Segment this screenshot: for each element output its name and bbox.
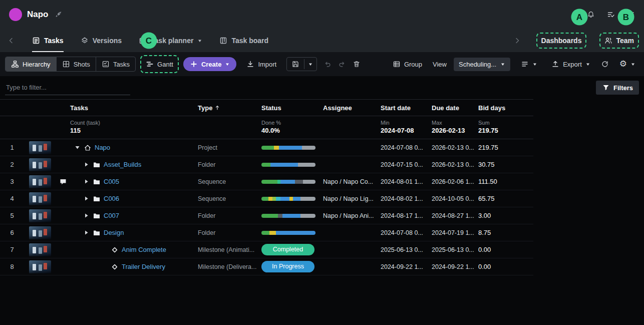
versions-icon [81, 37, 89, 45]
plus-icon [190, 60, 198, 68]
thumbnail[interactable] [24, 243, 56, 256]
scheduling-dropdown[interactable]: Scheduling... [454, 58, 510, 71]
dashboards-button[interactable]: Dashboards [538, 35, 585, 47]
column-header-start-date[interactable]: Start date [381, 104, 432, 112]
view-mode-hierarchy[interactable]: Hierarchy [6, 57, 56, 71]
save-options-button[interactable] [304, 59, 316, 69]
view-mode-shots[interactable]: Shots [56, 57, 96, 71]
column-header-due-date[interactable]: Due date [432, 104, 478, 112]
row-number: 5 [0, 212, 24, 219]
task-link[interactable]: Anim Complete [122, 246, 166, 253]
thumbnail[interactable] [24, 192, 56, 205]
list-options-button[interactable] [517, 57, 541, 71]
folder-icon [93, 178, 101, 186]
gantt-button[interactable]: Gantt [142, 57, 177, 71]
expander-icon[interactable] [83, 162, 90, 167]
settings-button[interactable]: ⚙ [616, 57, 639, 71]
expander-icon[interactable] [83, 196, 90, 201]
thumbnail-image [29, 141, 51, 154]
table-row[interactable]: 3C005SequenceNapo / Napo Co...2024-08-01… [0, 173, 533, 190]
list-icon [521, 60, 529, 68]
view-mode-tasks[interactable]: Tasks [96, 57, 135, 71]
task-type: Sequence [198, 195, 261, 202]
table-row[interactable]: 2Asset_BuildsFolder2024-07-15 0...2026-0… [0, 156, 533, 173]
expander-icon[interactable] [83, 230, 90, 235]
summary-min: Min 2024-07-08 [381, 119, 432, 135]
save-button[interactable] [287, 58, 304, 71]
project-avatar[interactable] [9, 8, 22, 21]
table-row[interactable]: 7Anim CompleteMilestone (Animati...Compl… [0, 241, 533, 258]
column-header-assignee[interactable]: Assignee [323, 104, 381, 112]
column-header-tasks[interactable]: Tasks [70, 104, 198, 112]
table-row[interactable]: 1NapoProject2024-07-08 0...2026-02-13 0.… [0, 139, 533, 156]
import-button[interactable]: Import [243, 57, 280, 71]
thumbnail[interactable] [24, 226, 56, 239]
table-header: Tasks Type Status Assignee Start date Du… [0, 99, 533, 116]
row-number: 4 [0, 195, 24, 202]
tab-versions[interactable]: Versions [81, 29, 122, 52]
table-row[interactable]: 4C006SequenceNapo / Napo Lig...2024-08-0… [0, 190, 533, 207]
expander-icon[interactable] [83, 213, 90, 218]
task-name-cell: Napo [70, 144, 198, 152]
thumbnail[interactable] [24, 141, 56, 154]
task-link[interactable]: Napo [95, 144, 110, 151]
column-header-bid-days[interactable]: Bid days [478, 104, 533, 112]
home-icon [84, 144, 92, 152]
tabs-scroll-right-icon[interactable] [513, 37, 521, 45]
thumbnail[interactable] [24, 175, 56, 188]
start-date: 2025-06-13 0... [381, 246, 432, 253]
group-button[interactable]: Group [389, 57, 426, 71]
task-link[interactable]: Asset_Builds [104, 161, 141, 168]
expander-icon[interactable] [83, 179, 90, 184]
comment-indicator[interactable] [56, 178, 70, 186]
tab-task-board[interactable]: Task board [219, 29, 268, 52]
status-cell [261, 214, 323, 218]
filters-button[interactable]: Filters [596, 81, 639, 95]
task-link[interactable]: C005 [104, 178, 119, 185]
table-row[interactable]: 8Trailer DeliveryMilestone (Delivera...I… [0, 258, 533, 275]
task-name-cell: C005 [70, 178, 198, 186]
create-button[interactable]: Create [183, 57, 236, 71]
team-label: Team [616, 37, 634, 45]
due-date: 2024-09-22 1... [432, 263, 478, 270]
view-mode-switch: Hierarchy Shots Tasks [5, 57, 136, 72]
task-link[interactable]: C006 [104, 195, 119, 202]
refresh-button[interactable] [601, 60, 609, 68]
start-date: 2024-07-08 0... [381, 229, 432, 236]
redo-button[interactable] [338, 60, 346, 68]
table-row[interactable]: 5C007FolderNapo / Napo Ani...2024-08-17 … [0, 207, 533, 224]
tasks-icon [102, 60, 110, 68]
export-button[interactable]: Export [548, 57, 594, 71]
thumbnail[interactable] [24, 209, 56, 222]
export-icon [551, 60, 559, 68]
tab-label: Tasks [44, 37, 64, 45]
due-date: 2026-02-13 0... [432, 161, 478, 168]
row-number: 7 [0, 246, 24, 253]
task-type: Folder [198, 229, 261, 236]
my-tasks-button[interactable] [607, 11, 615, 19]
task-name-cell: Design [70, 229, 198, 237]
thumbnail[interactable] [24, 260, 56, 273]
hierarchy-icon [11, 60, 19, 68]
row-number: 3 [0, 178, 24, 185]
tab-tasks[interactable]: Tasks [32, 29, 64, 52]
thumbnail-image [29, 243, 51, 256]
notifications-button[interactable] [587, 11, 595, 19]
delete-button[interactable] [353, 60, 361, 68]
thumbnail[interactable] [24, 158, 56, 171]
team-button[interactable]: Team [601, 35, 637, 47]
tabs-scroll-left-icon[interactable] [7, 37, 15, 45]
task-link[interactable]: C007 [104, 212, 119, 219]
filter-input[interactable] [5, 80, 130, 95]
expander-icon[interactable] [74, 145, 81, 150]
column-header-status[interactable]: Status [261, 104, 323, 112]
bid-days: 219.75 [478, 144, 533, 151]
column-header-type[interactable]: Type [198, 104, 261, 112]
table-row[interactable]: 6DesignFolder2024-07-08 0...2024-07-19 1… [0, 224, 533, 241]
tab-label: Task planner [151, 37, 193, 45]
task-type: Milestone (Animati... [198, 246, 261, 253]
task-link[interactable]: Trailer Delivery [122, 263, 165, 270]
task-link[interactable]: Design [104, 229, 124, 236]
task-type: Sequence [198, 178, 261, 185]
undo-button[interactable] [324, 60, 332, 68]
